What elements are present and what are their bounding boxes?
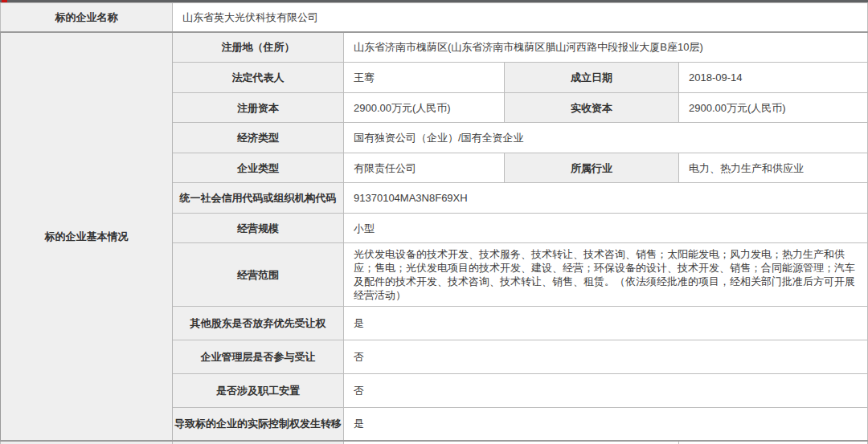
economic-type-value: 国有独资公司（企业）/国有全资企业: [344, 123, 868, 153]
business-scope-value: 光伏发电设备的技术开发、技术服务、技术转让、技术咨询、销售；太阳能发电；风力发电…: [344, 243, 868, 307]
paid-in-capital-value: 2900.00万元(人民币): [679, 93, 868, 123]
industry-value: 电力、热力生产和供应业: [679, 153, 868, 183]
management-participation-label: 企业管理层是否参与受让: [173, 340, 344, 374]
enterprise-type-label: 企业类型: [173, 153, 344, 183]
registered-capital-label: 注册资本: [173, 93, 344, 123]
credit-code-value: 91370104MA3N8F69XH: [344, 183, 868, 214]
waive-preemptive-right-value: 是: [344, 307, 868, 340]
registered-address-label: 注册地（住所）: [173, 32, 344, 63]
next-section-left-cell: [1, 441, 173, 444]
registered-capital-value: 2900.00万元(人民币): [344, 93, 505, 123]
business-scope-label: 经营范围: [173, 243, 344, 307]
employee-resettlement-value: 否: [344, 374, 868, 408]
waive-preemptive-right-label: 其他股东是否放弃优先受让权: [173, 307, 344, 340]
enterprise-type-value: 有限责任公司: [344, 153, 505, 183]
employee-resettlement-label: 是否涉及职工安置: [173, 374, 344, 408]
target-name-value: 山东省英大光伏科技有限公司: [173, 3, 868, 32]
next-section-row: [1, 441, 868, 444]
registered-address-value: 山东省济南市槐荫区(山东省济南市槐荫区腊山河西路中段报业大厦B座10层): [344, 32, 868, 63]
actual-control-transfer-value: 是: [344, 408, 868, 441]
basic-info-section-label: 标的企业基本情况: [1, 32, 173, 441]
row-registered-address: 标的企业基本情况 注册地（住所） 山东省济南市槐荫区(山东省济南市槐荫区腊山河西…: [1, 32, 868, 63]
business-scale-label: 经营规模: [173, 214, 344, 243]
credit-code-label: 统一社会信用代码或组织机构代码: [173, 183, 344, 214]
legal-representative-value: 王骞: [344, 63, 505, 93]
target-name-label: 标的企业名称: [1, 3, 173, 32]
next-section-value-cell-2: [679, 441, 868, 444]
establish-date-label: 成立日期: [505, 63, 679, 93]
next-section-label-cell: [173, 441, 344, 444]
company-info-document: 标的企业名称 山东省英大光伏科技有限公司 标的企业基本情况 注册地（住所） 山东…: [0, 0, 868, 444]
business-scale-value: 小型: [344, 214, 868, 243]
economic-type-label: 经济类型: [173, 123, 344, 153]
establish-date-value: 2018-09-14: [679, 63, 868, 93]
actual-control-transfer-label: 导致标的企业的实际控制权发生转移: [173, 408, 344, 441]
legal-representative-label: 法定代表人: [173, 63, 344, 93]
next-section-value-cell: [344, 441, 679, 444]
management-participation-value: 否: [344, 340, 868, 374]
paid-in-capital-label: 实收资本: [505, 93, 679, 123]
industry-label: 所属行业: [505, 153, 679, 183]
row-target-name: 标的企业名称 山东省英大光伏科技有限公司: [1, 3, 868, 32]
company-info-table: 标的企业名称 山东省英大光伏科技有限公司 标的企业基本情况 注册地（住所） 山东…: [0, 2, 868, 444]
